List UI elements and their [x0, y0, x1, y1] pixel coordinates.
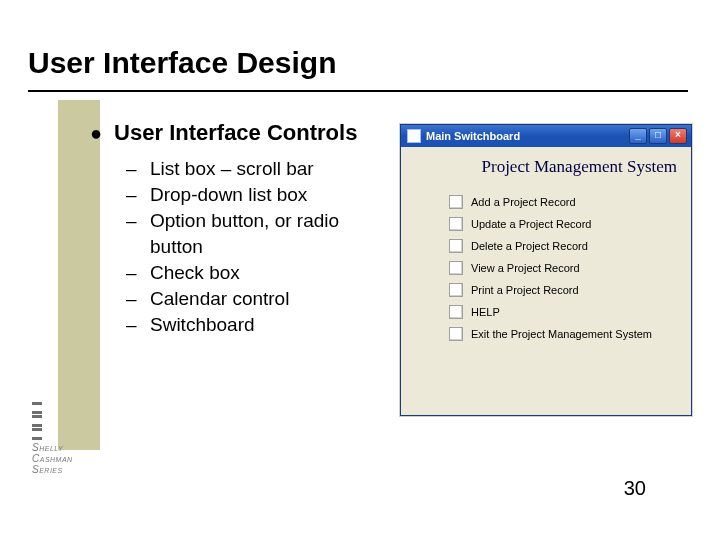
sub-item-text: List box – scroll bar	[150, 156, 314, 182]
sub-item: –Switchboard	[126, 312, 380, 338]
switchboard-item[interactable]: Update a Project Record	[449, 213, 691, 235]
sub-item-text: Check box	[150, 260, 240, 286]
sub-item-text: Drop-down list box	[150, 182, 307, 208]
switchboard-heading: Project Management System	[401, 147, 691, 187]
switchboard-item[interactable]: Print a Project Record	[449, 279, 691, 301]
sub-item-text: Calendar control	[150, 286, 289, 312]
content-block: ● User Interface Controls –List box – sc…	[90, 120, 380, 338]
item-box-icon	[449, 305, 463, 319]
bullet-row: ● User Interface Controls	[90, 120, 380, 146]
title-underline	[28, 90, 688, 92]
series-logo: Shelly Cashman Series	[32, 402, 122, 470]
switchboard-item-label: Delete a Project Record	[471, 240, 588, 252]
switchboard-item[interactable]: Exit the Project Management System	[449, 323, 691, 345]
switchboard-item-label: Update a Project Record	[471, 218, 591, 230]
sub-bullet-list: –List box – scroll bar –Drop-down list b…	[126, 156, 380, 338]
app-icon	[407, 129, 421, 143]
slide: Shelly Cashman Series User Interface Des…	[0, 0, 720, 540]
switchboard-item[interactable]: Delete a Project Record	[449, 235, 691, 257]
sub-item: –Calendar control	[126, 286, 380, 312]
slide-title: User Interface Design	[28, 46, 336, 80]
switchboard-item-label: View a Project Record	[471, 262, 580, 274]
close-button[interactable]: ×	[669, 128, 687, 144]
item-box-icon	[449, 283, 463, 297]
maximize-button[interactable]: □	[649, 128, 667, 144]
switchboard-item-label: HELP	[471, 306, 500, 318]
minimize-button[interactable]: _	[629, 128, 647, 144]
item-box-icon	[449, 195, 463, 209]
sub-item: –Option button, or radio button	[126, 208, 380, 260]
logo-line-2: Cashman	[32, 453, 122, 464]
sub-item-text: Switchboard	[150, 312, 255, 338]
switchboard-item[interactable]: View a Project Record	[449, 257, 691, 279]
item-box-icon	[449, 239, 463, 253]
item-box-icon	[449, 261, 463, 275]
switchboard-window: Main Switchboard _ □ × Project Managemen…	[400, 124, 692, 416]
switchboard-items: Add a Project Record Update a Project Re…	[401, 187, 691, 345]
switchboard-item[interactable]: HELP	[449, 301, 691, 323]
window-title: Main Switchboard	[426, 130, 520, 142]
item-box-icon	[449, 327, 463, 341]
sub-item: –Drop-down list box	[126, 182, 380, 208]
bullet-dot-icon: ●	[90, 120, 102, 146]
item-box-icon	[449, 217, 463, 231]
sub-item-text: Option button, or radio button	[150, 208, 380, 260]
sub-item: –List box – scroll bar	[126, 156, 380, 182]
window-buttons: _ □ ×	[629, 128, 687, 144]
window-titlebar: Main Switchboard _ □ ×	[401, 125, 691, 147]
switchboard-item-label: Print a Project Record	[471, 284, 579, 296]
logo-line-3: Series	[32, 464, 122, 475]
switchboard-item[interactable]: Add a Project Record	[449, 191, 691, 213]
page-number: 30	[624, 477, 646, 500]
switchboard-item-label: Exit the Project Management System	[471, 328, 652, 340]
sub-item: –Check box	[126, 260, 380, 286]
logo-line-1: Shelly	[32, 442, 122, 453]
bullet-text: User Interface Controls	[114, 120, 357, 146]
switchboard-item-label: Add a Project Record	[471, 196, 576, 208]
